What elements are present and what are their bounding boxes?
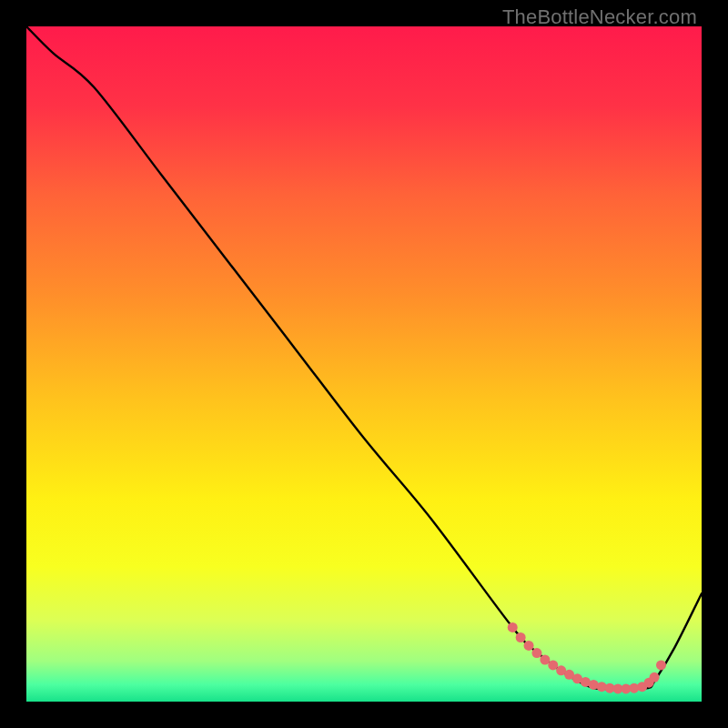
attribution-text: TheBottleNecker.com — [502, 5, 697, 29]
svg-rect-0 — [26, 26, 702, 702]
plot-area — [26, 26, 702, 702]
gradient-background — [26, 26, 702, 702]
chart-stage: TheBottleNecker.com — [0, 0, 728, 728]
